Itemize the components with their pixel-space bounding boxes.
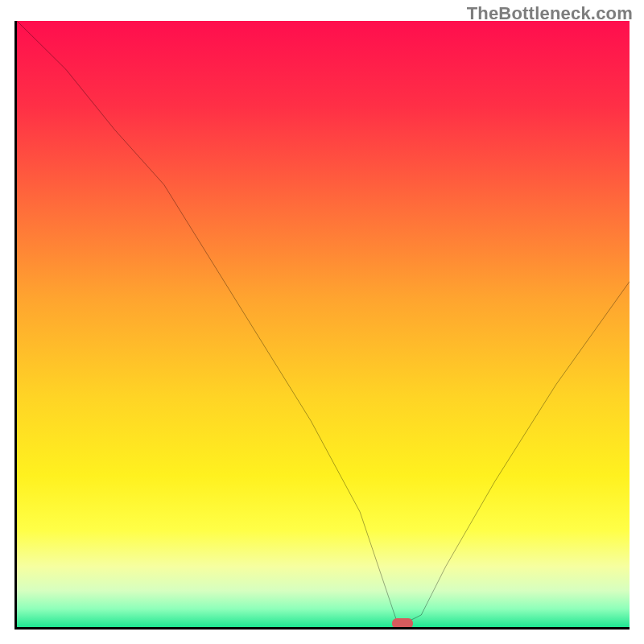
plot-area xyxy=(14,21,630,630)
bottleneck-curve xyxy=(17,21,630,627)
stage: TheBottleneck.com xyxy=(0,0,644,644)
curve-minimum-marker xyxy=(392,618,413,628)
